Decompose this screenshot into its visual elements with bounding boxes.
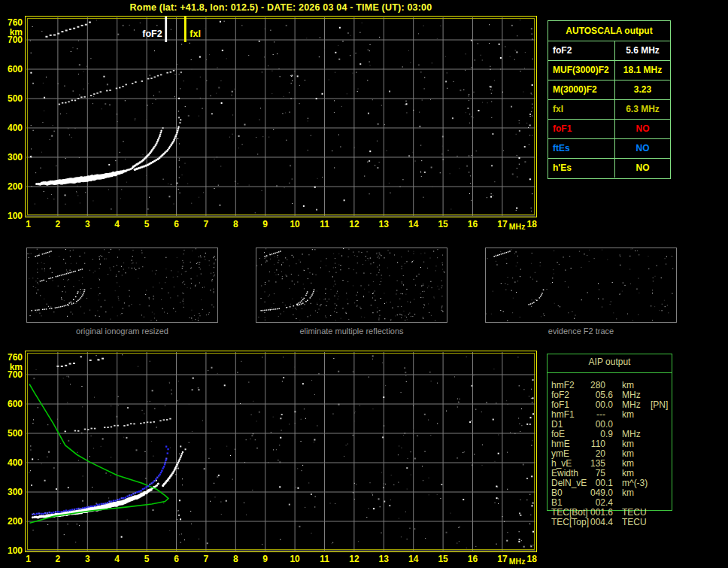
autoscala-table-row: fxI6.3 MHz xyxy=(548,100,670,120)
autoscala-table-rows: foF25.6 MHzMUF(3000)F218.1 MHzM(3000)F23… xyxy=(548,41,670,178)
thumbnail-noise-layer xyxy=(27,248,216,321)
fof2-marker-label: foF2 xyxy=(142,29,162,39)
parameter-value: 004.4 xyxy=(568,518,613,527)
x-axis-tick-label: 2 xyxy=(48,220,68,229)
x-axis-tick-label: 11 xyxy=(315,220,335,229)
x-axis-tick-label: 5 xyxy=(137,554,156,563)
plot-gridlines xyxy=(26,352,535,551)
autoscala-table-header: AUTOSCALA output xyxy=(548,21,670,41)
thumbnail-noise-layer xyxy=(256,248,444,321)
thumbnail-caption: evidence F2 trace xyxy=(485,327,677,336)
trace-bottom-corner xyxy=(56,358,104,367)
x-axis-tick-label: 6 xyxy=(167,554,187,563)
x-axis-tick-label: 7 xyxy=(196,554,216,563)
ionogram-plot-bottom xyxy=(25,351,537,552)
fxi-marker-line xyxy=(184,17,187,42)
parameter-label: fxI xyxy=(548,100,615,119)
x-axis-tick-label: 13 xyxy=(374,554,393,563)
x-axis-tick-label: 11 xyxy=(315,554,335,563)
y-axis-tick-label: 200 xyxy=(1,182,23,191)
parameter-label: MUF(3000)F2 xyxy=(548,61,615,80)
page-title: Rome (lat: +41.8, lon: 012.5) - DATE: 20… xyxy=(25,2,537,13)
aip-table-header: AIP output xyxy=(548,357,672,367)
top-ionogram-canvas: foF2fxI xyxy=(26,17,536,217)
thumbnail-trace-layer xyxy=(260,251,314,311)
x-axis-tick-label: 10 xyxy=(285,220,305,229)
trace-f2-ordinary-branch xyxy=(132,130,162,169)
parameter-value: 18.1 MHz xyxy=(615,61,670,80)
x-axis-tick-label: 3 xyxy=(77,220,97,229)
trace-top-corner xyxy=(45,22,90,38)
thumbnail-eliminate-reflections xyxy=(256,248,447,323)
autoscala-table-row: MUF(3000)F218.1 MHz xyxy=(548,61,670,80)
frequency-markers: foF2fxI xyxy=(142,17,201,42)
y-axis-tick-label: 300 xyxy=(1,153,23,162)
parameter-label: foF2 xyxy=(548,41,615,60)
fof2-marker-line xyxy=(165,17,167,42)
x-axis-tick-label: 14 xyxy=(404,554,423,563)
x-axis-tick-label: 16 xyxy=(463,554,483,563)
x-axis-tick-label: 16 xyxy=(463,220,483,229)
parameter-value: NO xyxy=(615,139,670,158)
y-axis-tick-label: 760 xyxy=(1,18,23,27)
x-axis-unit: MHz xyxy=(508,557,527,566)
autoscala-output-table: AUTOSCALA output foF25.6 MHzMUF(3000)F21… xyxy=(548,20,671,179)
thumbnail-canvas-f2 xyxy=(486,248,676,322)
thumbnail-noise-layer xyxy=(486,248,673,321)
y-axis-tick-label: 200 xyxy=(1,517,23,526)
x-axis-tick-label: 15 xyxy=(433,554,453,563)
parameter-value: NO xyxy=(615,120,670,138)
y-axis-tick-label: 600 xyxy=(1,399,23,409)
x-axis-tick-label: 7 xyxy=(196,220,216,229)
autoscala-table-row: h'EsNO xyxy=(548,159,670,178)
trace-f2-main-band xyxy=(35,167,133,186)
parameter-unit: TECU xyxy=(622,518,647,527)
x-axis-tick-label: 9 xyxy=(256,220,275,229)
x-axis-tick-label: 4 xyxy=(108,554,127,563)
trace-f2-extraordinary-branch xyxy=(162,451,184,487)
x-axis-tick-label: 1 xyxy=(19,220,38,229)
thumbnail-caption: eliminate multiple reflections xyxy=(256,327,447,336)
x-axis-tick-label: 12 xyxy=(344,554,364,563)
fxi-marker-label: fxI xyxy=(190,29,201,39)
bottom-ionogram-canvas xyxy=(26,351,536,551)
parameter-label: foF1 xyxy=(548,120,615,138)
y-axis-tick-label: 700 xyxy=(1,35,23,44)
plot-gridlines xyxy=(26,17,535,216)
y-axis-tick-label: 760 xyxy=(1,353,23,362)
thumbnail-caption: original ionogram resized xyxy=(26,327,218,336)
x-axis-tick-label: 13 xyxy=(374,220,393,229)
x-axis-tick-label: 6 xyxy=(167,220,187,229)
parameter-value: NO xyxy=(615,159,670,178)
aip-header-divider xyxy=(548,372,672,373)
electron-density-profile-curve xyxy=(29,384,168,524)
thumbnail-trace-layer xyxy=(31,251,85,311)
x-axis-tick-label: 2 xyxy=(48,554,68,563)
y-axis-tick-label: 300 xyxy=(1,488,23,497)
y-axis-tick-label: 700 xyxy=(1,370,23,379)
ionogram-plot-top: foF2fxI xyxy=(25,16,537,217)
y-axis-tick-label: 500 xyxy=(1,429,23,438)
x-axis-tick-label: 1 xyxy=(19,554,38,563)
thumbnail-canvas-reflections xyxy=(256,248,447,322)
y-axis-tick-label: 400 xyxy=(1,458,23,467)
x-axis-tick-label: 10 xyxy=(285,554,305,563)
x-axis-tick-label: 5 xyxy=(137,220,156,229)
parameter-label: h'Es xyxy=(548,159,615,178)
autoscala-table-row: ftEsNO xyxy=(548,139,670,159)
trace-echo-second-hop xyxy=(65,418,171,433)
noise-speckle-layer xyxy=(30,20,533,213)
y-axis-tick-label: 400 xyxy=(1,123,23,132)
thumbnail-canvas-original xyxy=(27,248,217,322)
parameter-value: 6.3 MHz xyxy=(615,100,670,119)
parameter-label: M(3000)F2 xyxy=(548,80,615,99)
x-axis-tick-label: 12 xyxy=(344,220,364,229)
autoscala-table-row: M(3000)F23.23 xyxy=(548,80,670,100)
x-axis-tick-label: 3 xyxy=(77,554,97,563)
x-axis-unit: MHz xyxy=(508,222,527,231)
x-axis-tick-label: 15 xyxy=(433,220,453,229)
thumbnail-evidence-f2 xyxy=(485,248,677,323)
parameter-label: ftEs xyxy=(548,139,615,158)
aip-output-table: AIP output xyxy=(547,354,672,511)
parameter-name: TEC[Top] xyxy=(551,518,589,527)
